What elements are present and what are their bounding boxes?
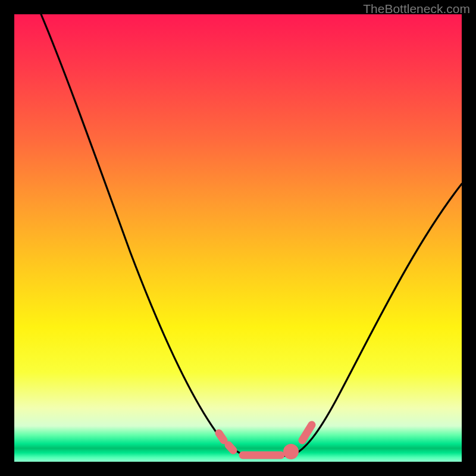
svg-line-1 xyxy=(228,445,233,450)
watermark-text: TheBottleneck.com xyxy=(363,2,470,16)
plot-area xyxy=(14,14,462,462)
svg-point-3 xyxy=(287,448,295,456)
curve-path xyxy=(41,14,462,457)
svg-line-0 xyxy=(219,433,224,440)
bottleneck-curve xyxy=(14,14,462,462)
trough-markers xyxy=(219,425,312,456)
svg-line-4 xyxy=(302,425,312,440)
chart-frame: TheBottleneck.com xyxy=(0,0,476,476)
